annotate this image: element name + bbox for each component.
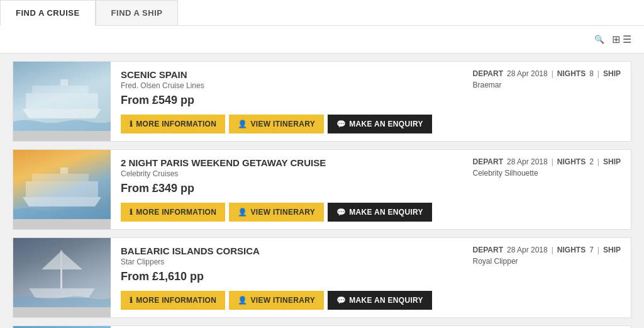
nights-label-2: NIGHTS bbox=[557, 157, 586, 166]
ship-image-1 bbox=[13, 62, 111, 131]
more-info-button-3[interactable]: ℹ MORE INFORMATION bbox=[121, 291, 225, 310]
result-card-1: SCENIC SPAIN Fred. Olsen Cruise Lines Fr… bbox=[13, 61, 631, 142]
card-actions-3: ℹ MORE INFORMATION 👤 VIEW ITINERARY 💬 MA… bbox=[121, 291, 621, 310]
card-body-3: BALEARIC ISLANDS CORSICA Star Clippers F… bbox=[111, 238, 631, 317]
card-operator-1: Fred. Olsen Cruise Lines bbox=[121, 81, 473, 90]
svg-rect-3 bbox=[60, 79, 68, 86]
sep1-1: | bbox=[552, 69, 553, 78]
ship-image-3 bbox=[13, 238, 111, 307]
card-title-1: SCENIC SPAIN bbox=[121, 69, 473, 80]
enquiry-icon-3: 💬 bbox=[336, 296, 346, 305]
itinerary-icon-1: 👤 bbox=[238, 120, 247, 128]
itinerary-label-2: VIEW ITINERARY bbox=[251, 208, 315, 217]
page-wrapper: FIND A CRUISE FIND A SHIP 🔍 ⊞ ☰ SCENIC S… bbox=[0, 0, 644, 328]
enquiry-button-2[interactable]: 💬 MAKE AN ENQUIRY bbox=[328, 203, 432, 222]
sep1-2: | bbox=[552, 157, 553, 166]
sep1-3: | bbox=[552, 246, 553, 254]
info-icon-2: ℹ bbox=[130, 208, 133, 217]
svg-rect-9 bbox=[60, 251, 62, 288]
depart-label-1: DEPART bbox=[473, 69, 503, 78]
card-details-3: DEPART 28 Apr 2018 | NIGHTS 7 | SHIP Roy… bbox=[473, 246, 621, 266]
more-info-label-3: MORE INFORMATION bbox=[136, 296, 216, 305]
svg-marker-11 bbox=[42, 252, 60, 269]
card-meta-3: BALEARIC ISLANDS CORSICA Star Clippers F… bbox=[121, 246, 621, 283]
toolbar: 🔍 ⊞ ☰ bbox=[0, 26, 644, 54]
card-info-1: SCENIC SPAIN Fred. Olsen Cruise Lines Fr… bbox=[121, 69, 473, 107]
ship-image-2 bbox=[13, 150, 111, 219]
info-icon-1: ℹ bbox=[130, 120, 133, 128]
search-icon: 🔍 bbox=[594, 35, 604, 44]
nights-label-3: NIGHTS bbox=[557, 246, 586, 254]
itinerary-label-3: VIEW ITINERARY bbox=[251, 296, 315, 305]
enquiry-button-3[interactable]: 💬 MAKE AN ENQUIRY bbox=[328, 291, 432, 310]
depart-date-3: 28 Apr 2018 bbox=[507, 246, 548, 254]
itinerary-button-2[interactable]: 👤 VIEW ITINERARY bbox=[229, 203, 324, 222]
card-price-3: From £1,610 pp bbox=[121, 270, 473, 283]
ship-label-3: SHIP bbox=[603, 246, 621, 254]
card-operator-2: Celebrity Cruises bbox=[121, 169, 473, 178]
card-meta-1: SCENIC SPAIN Fred. Olsen Cruise Lines Fr… bbox=[121, 69, 621, 107]
card-operator-3: Star Clippers bbox=[121, 257, 473, 266]
info-icon-3: ℹ bbox=[130, 296, 133, 305]
card-price-1: From £549 pp bbox=[121, 94, 473, 107]
more-info-label-2: MORE INFORMATION bbox=[136, 208, 216, 217]
view-toggle-icons: ⊞ ☰ bbox=[612, 33, 631, 45]
list-view-icon[interactable]: ☰ bbox=[623, 33, 631, 45]
card-body-2: 2 NIGHT PARIS WEEKEND GETAWAY CRUISE Cel… bbox=[111, 150, 631, 229]
result-card-4: 7 NIGHT WESTERN CARIBBEAN FROM PORT CANA… bbox=[13, 325, 631, 328]
ship-name-1: Braemar bbox=[473, 81, 621, 89]
more-info-button-1[interactable]: ℹ MORE INFORMATION bbox=[121, 115, 225, 133]
depart-date-1: 28 Apr 2018 bbox=[507, 69, 548, 78]
sep2-1: | bbox=[597, 69, 599, 78]
card-info-3: BALEARIC ISLANDS CORSICA Star Clippers F… bbox=[121, 246, 473, 283]
svg-rect-2 bbox=[32, 86, 89, 93]
nights-value-1: 8 bbox=[589, 69, 594, 78]
grid-view-icon[interactable]: ⊞ bbox=[612, 33, 620, 45]
svg-marker-0 bbox=[23, 109, 101, 118]
enquiry-icon-1: 💬 bbox=[336, 120, 346, 128]
more-info-button-2[interactable]: ℹ MORE INFORMATION bbox=[121, 203, 225, 222]
enquiry-label-3: MAKE AN ENQUIRY bbox=[349, 296, 423, 305]
ship-label-1: SHIP bbox=[603, 69, 621, 78]
ship-label-2: SHIP bbox=[603, 157, 621, 166]
depart-label-3: DEPART bbox=[473, 246, 503, 254]
card-details-2: DEPART 28 Apr 2018 | NIGHTS 2 | SHIP Cel… bbox=[473, 157, 621, 178]
tabs-bar: FIND A CRUISE FIND A SHIP bbox=[0, 0, 644, 26]
svg-marker-10 bbox=[62, 252, 82, 269]
card-title-3: BALEARIC ISLANDS CORSICA bbox=[121, 246, 473, 256]
svg-rect-7 bbox=[60, 167, 68, 174]
card-depart-row-2: DEPART 28 Apr 2018 | NIGHTS 2 | SHIP bbox=[473, 157, 621, 166]
itinerary-button-3[interactable]: 👤 VIEW ITINERARY bbox=[229, 291, 324, 310]
depart-date-2: 28 Apr 2018 bbox=[507, 157, 548, 166]
more-info-label-1: MORE INFORMATION bbox=[136, 120, 216, 128]
card-actions-1: ℹ MORE INFORMATION 👤 VIEW ITINERARY 💬 MA… bbox=[121, 115, 621, 133]
toolbar-right: 🔍 ⊞ ☰ bbox=[592, 33, 631, 45]
card-price-2: From £349 pp bbox=[121, 182, 473, 195]
svg-rect-5 bbox=[26, 181, 98, 197]
view-amend-button[interactable]: 🔍 bbox=[592, 35, 604, 44]
enquiry-button-1[interactable]: 💬 MAKE AN ENQUIRY bbox=[328, 115, 432, 133]
card-image-1 bbox=[13, 62, 111, 141]
itinerary-label-1: VIEW ITINERARY bbox=[251, 120, 315, 128]
result-card-3: BALEARIC ISLANDS CORSICA Star Clippers F… bbox=[13, 237, 631, 318]
itinerary-icon-3: 👤 bbox=[238, 296, 247, 305]
card-title-2: 2 NIGHT PARIS WEEKEND GETAWAY CRUISE bbox=[121, 157, 473, 168]
itinerary-icon-2: 👤 bbox=[238, 208, 247, 217]
nights-value-3: 7 bbox=[589, 246, 594, 254]
svg-rect-1 bbox=[26, 93, 98, 109]
depart-label-2: DEPART bbox=[473, 157, 503, 166]
svg-rect-6 bbox=[32, 174, 89, 181]
result-card-2: 2 NIGHT PARIS WEEKEND GETAWAY CRUISE Cel… bbox=[13, 149, 631, 230]
svg-marker-4 bbox=[23, 197, 101, 206]
card-details-1: DEPART 28 Apr 2018 | NIGHTS 8 | SHIP Bra… bbox=[473, 69, 621, 89]
itinerary-button-1[interactable]: 👤 VIEW ITINERARY bbox=[229, 115, 324, 133]
enquiry-label-1: MAKE AN ENQUIRY bbox=[349, 120, 423, 128]
card-image-2 bbox=[13, 150, 111, 229]
tab-find-cruise[interactable]: FIND A CRUISE bbox=[0, 0, 96, 26]
ship-name-2: Celebrity Silhouette bbox=[473, 169, 621, 178]
card-meta-2: 2 NIGHT PARIS WEEKEND GETAWAY CRUISE Cel… bbox=[121, 157, 621, 195]
svg-marker-8 bbox=[29, 288, 95, 298]
enquiry-icon-2: 💬 bbox=[336, 208, 346, 217]
tab-find-ship[interactable]: FIND A SHIP bbox=[96, 0, 179, 25]
card-depart-row-1: DEPART 28 Apr 2018 | NIGHTS 8 | SHIP bbox=[473, 69, 621, 78]
